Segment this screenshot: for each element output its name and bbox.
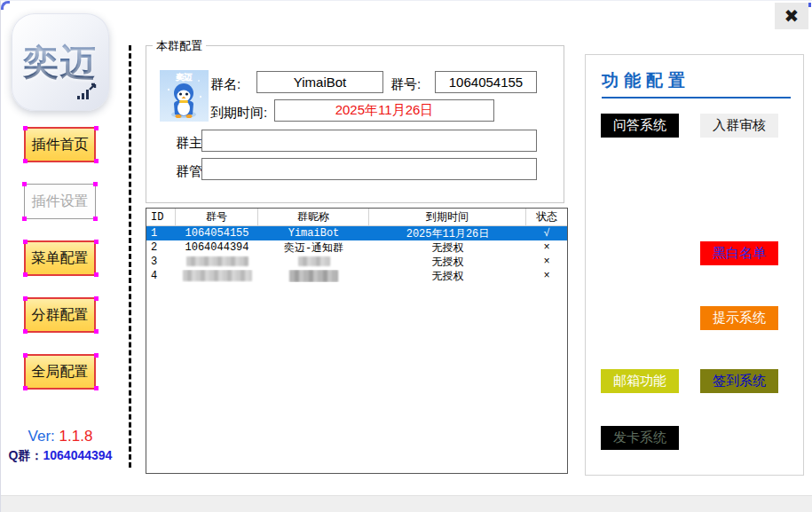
feature-button-tip-system[interactable]: 提示系统 [700,306,778,330]
group-admin-input[interactable] [201,158,537,180]
cell-status: × [526,256,567,268]
version-label: Ver: [28,428,55,445]
group-config-title: 本群配置 [153,38,206,54]
cell-group-nickname-redacted [258,270,369,282]
feature-button-checkin-system[interactable]: 签到系统 [700,369,778,393]
column-header-expire[interactable]: 到期时间 [369,209,526,225]
feature-button-join-review[interactable]: 入群审核 [700,114,778,138]
feature-button-qa-system[interactable]: 问答系统 [601,114,679,138]
feature-title-underline [602,97,791,98]
cell-expire: 无授权 [369,255,526,270]
sidebar-item-plugin-home[interactable]: 插件首页 [24,127,96,162]
sidebar-item-plugin-settings[interactable]: 插件设置 [24,184,96,219]
cell-status: √ [526,227,567,240]
table-row[interactable]: 3 无授权 × [146,255,567,269]
cell-group-number-redacted [176,270,258,282]
plugin-config-window: ✖ 奕迈 插件首页 插件设置 菜单配置 分群配置 全局配置 Ver: 1.1.8… [0,0,812,512]
group-list-table: ID 群号 群昵称 到期时间 状态 1 1064054155 YimaiBot … [146,208,568,474]
penguin-avatar-image: 奕迈 [160,70,209,122]
sidebar-item-global-config[interactable]: 全局配置 [24,354,96,390]
expire-date-label: 到期时间: [210,105,267,122]
chart-arrow-icon [75,83,99,102]
group-avatar: 奕迈 [160,70,209,122]
cell-group-number-redacted [176,256,258,268]
table-row[interactable]: 1 1064054155 YimaiBot 2025年11月26日 √ [146,226,567,240]
close-icon: ✖ [784,5,800,27]
svg-text:奕迈: 奕迈 [176,73,193,82]
group-name-label: 群名: [210,76,240,93]
table-row[interactable]: 2 1064044394 奕迈-通知群 无授权 × [146,240,567,255]
cell-status: × [526,241,567,254]
window-corner-accent [1,1,10,10]
sidebar-item-label: 插件设置 [32,193,89,211]
sidebar-item-label: 全局配置 [32,363,89,382]
cell-id: 3 [146,256,176,268]
app-logo-text: 奕迈 [23,38,98,87]
sidebar-item-label: 分群配置 [32,306,89,325]
sidebar-item-label: 菜单配置 [32,249,89,268]
footer-strip [1,495,812,512]
cell-expire: 2025年11月26日 [369,226,526,241]
feature-button-card-system[interactable]: 发卡系统 [601,426,679,450]
sidebar-item-menu-config[interactable]: 菜单配置 [24,240,96,276]
feature-button-mail-function[interactable]: 邮箱功能 [601,369,679,393]
column-header-status[interactable]: 状态 [526,209,567,225]
app-logo: 奕迈 [12,13,109,111]
qgroup-line: Q群：1064044394 [1,448,120,464]
table-header-row: ID 群号 群昵称 到期时间 状态 [146,209,567,226]
cell-group-nickname-redacted [258,256,369,268]
feature-config-panel: 功能配置 问答系统 入群审核 黑白名单 提示系统 邮箱功能 签到系统 发卡系统 [585,54,804,476]
cell-id: 4 [146,270,176,282]
cell-group-number: 1064044394 [176,241,258,254]
column-header-nickname[interactable]: 群昵称 [258,209,369,225]
expire-date-input[interactable] [274,99,494,122]
group-number-label: 群号: [390,76,421,93]
column-header-id[interactable]: ID [146,209,176,225]
sidebar-item-subgroup-config[interactable]: 分群配置 [24,297,96,333]
sidebar-separator [129,45,131,468]
table-row[interactable]: 4 无授权 × [146,269,567,283]
cell-expire: 无授权 [369,240,526,256]
feature-button-blackwhite-list[interactable]: 黑白名单 [700,241,778,265]
version-line: Ver: 1.1.8 [1,428,120,445]
sidebar-item-label: 插件首页 [32,136,89,154]
feature-panel-title: 功能配置 [602,69,690,92]
group-config-box: 本群配置 奕迈 [146,45,564,203]
column-header-number[interactable]: 群号 [176,209,258,225]
cell-status: × [526,270,567,282]
cell-group-nickname: YimaiBot [258,227,369,240]
cell-expire: 无授权 [369,269,526,284]
qgroup-label: Q群： [9,448,43,462]
group-name-input[interactable] [256,71,383,93]
cell-id: 1 [146,227,176,240]
cell-id: 2 [146,241,176,254]
cell-group-number: 1064054155 [176,227,258,240]
cell-group-nickname: 奕迈-通知群 [258,240,369,256]
group-owner-input[interactable] [201,130,537,152]
group-number-input[interactable] [435,71,537,93]
version-value: 1.1.8 [59,428,93,445]
close-button[interactable]: ✖ [775,3,808,29]
qgroup-number: 1064044394 [43,448,113,462]
